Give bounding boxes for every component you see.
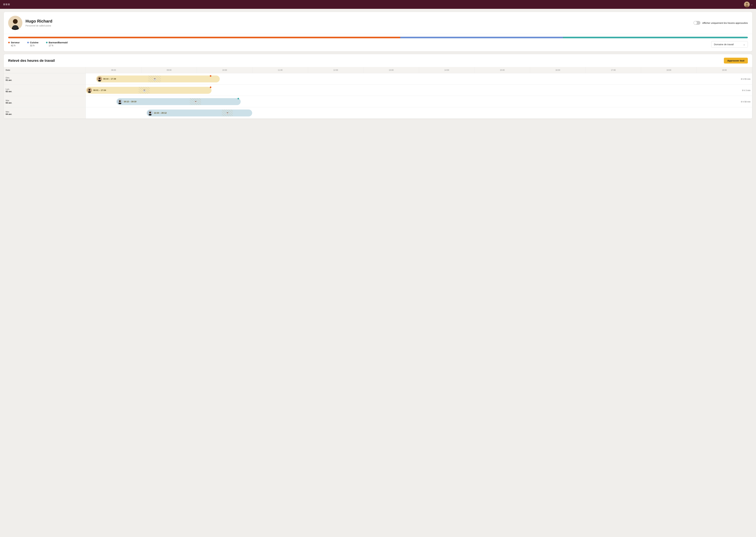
- toggle-label: Afficher uniquement les heures approuvée…: [702, 21, 748, 24]
- dot-teal: [46, 42, 48, 43]
- coffee-icon: ☕: [194, 100, 197, 103]
- date-label: 02 avr.: [6, 90, 84, 93]
- shift-time-label: 08:44 – 17:39: [103, 78, 116, 80]
- domain-dropdown-label: Domaine de travail: [714, 43, 734, 46]
- svg-point-8: [98, 77, 100, 79]
- timeline-inner: 08:01 – 17:04☕9 h 3 min: [86, 85, 752, 96]
- time-header-1300: 13:00: [363, 67, 419, 73]
- svg-point-6: [13, 25, 18, 29]
- date-label: 04 avr.: [6, 113, 84, 115]
- timeline-inner: 12:23 – 20:12☕: [86, 107, 752, 118]
- work-log-title: Relevé des heures de travail: [8, 59, 55, 63]
- stat-serveur-label: Dim. Serveur: [8, 41, 20, 44]
- timeline-cell: 10:12 – 19:10☕8 h 58 min: [86, 96, 752, 107]
- svg-point-14: [119, 100, 121, 102]
- stat-cuisine: Cuisine 32 h: [27, 41, 38, 47]
- svg-point-1: [746, 3, 748, 5]
- time-header-1700: 17:00: [586, 67, 641, 73]
- domain-dropdown[interactable]: Domaine de travail ⌄: [711, 41, 748, 48]
- progress-bar: [8, 37, 748, 38]
- timeline-cell: 08:44 – 17:39☕8 h 55 min: [86, 73, 752, 85]
- time-table: Date 08:00 09:00 10:00 11:00 12:00 13:00…: [4, 67, 752, 119]
- table-row: Mer.04 avr.12:23 – 20:12☕: [4, 107, 752, 119]
- dropdown-chevron-icon: ⌄: [743, 43, 745, 46]
- stat-serveur-value: 42 h: [8, 44, 20, 47]
- time-header-0900: 09:00: [141, 67, 197, 73]
- date-cell: Lun.02 avr.: [4, 85, 86, 96]
- timeline-inner: 08:44 – 17:39☕8 h 55 min: [86, 73, 752, 84]
- shift-time-label: 10:12 – 19:10: [124, 101, 136, 103]
- stat-barman: Barman/Barmaid 17 h: [46, 41, 67, 47]
- stat-cuisine-label: Cuisine: [27, 41, 38, 44]
- stats-section: Dim. Serveur 42 h Cuisine 32 h Barman/: [4, 34, 752, 51]
- duration-label: 9 h 3 min: [742, 89, 750, 91]
- shift-time-label: 08:01 – 17:04: [93, 89, 106, 91]
- stat-cuisine-value: 32 h: [27, 44, 38, 47]
- shift-bar[interactable]: 10:12 – 19:10: [116, 98, 241, 105]
- timeline-cell: 08:01 – 17:04☕9 h 3 min: [86, 85, 752, 96]
- duration-label: 8 h 55 min: [741, 78, 750, 80]
- work-log-header: Relevé des heures de travail Approuver t…: [4, 54, 752, 67]
- time-header-1600: 16:00: [530, 67, 586, 73]
- stat-serveur: Dim. Serveur 42 h: [8, 41, 20, 47]
- stat-barman-label: Barman/Barmaid: [46, 41, 67, 44]
- stat-barman-value: 17 h: [46, 44, 67, 47]
- app-logo: ≡≡≡: [3, 2, 10, 7]
- day-label: Mer.: [6, 111, 84, 113]
- time-header-1800: 18:00: [641, 67, 697, 73]
- day-label: Mar.: [6, 99, 84, 102]
- profile-name: Hugo Richard: [25, 19, 52, 23]
- timeline-cell: 12:23 – 20:12☕: [86, 107, 752, 119]
- profile-right: Afficher uniquement les heures approuvée…: [694, 21, 748, 25]
- profile-avatar: [8, 16, 22, 30]
- table-header-row: Date 08:00 09:00 10:00 11:00 12:00 13:00…: [4, 67, 752, 73]
- date-cell: Mer.04 avr.: [4, 107, 86, 119]
- profile-section: Hugo Richard Personnel de salle/cuisine …: [4, 12, 752, 34]
- duration-label: 8 h 58 min: [741, 101, 750, 103]
- profile-info: Hugo Richard Personnel de salle/cuisine: [25, 19, 52, 27]
- time-header-1900: 19:00: [697, 67, 752, 73]
- coffee-icon: ☕: [143, 89, 146, 92]
- time-header-0800: 08:00: [86, 67, 141, 73]
- date-cell: Mar.03 avr.: [4, 96, 86, 107]
- day-label: Lun.: [6, 88, 84, 90]
- status-dot: [210, 87, 211, 88]
- user-menu-chevron[interactable]: ⌄: [751, 3, 753, 6]
- table-row: Lun.02 avr.08:01 – 17:04☕9 h 3 min: [4, 85, 752, 96]
- dot-orange: [8, 42, 10, 43]
- shift-avatar: [87, 88, 92, 93]
- profile-card: Hugo Richard Personnel de salle/cuisine …: [4, 12, 752, 51]
- coffee-icon: ☕: [226, 111, 229, 114]
- shift-time-label: 12:23 – 20:12: [154, 112, 167, 114]
- shift-avatar: [97, 76, 102, 81]
- stats-row: Dim. Serveur 42 h Cuisine 32 h Barman/: [8, 41, 748, 48]
- date-label: 01 avr.: [6, 79, 84, 81]
- date-cell: Dim.01 avr.: [4, 73, 86, 85]
- shift-avatar: [117, 99, 122, 104]
- coffee-icon: ☕: [153, 77, 156, 80]
- time-header-1200: 12:00: [308, 67, 363, 73]
- shift-avatar: [148, 110, 153, 115]
- time-header-1500: 15:00: [474, 67, 530, 73]
- table-row: Mar.03 avr.10:12 – 19:10☕8 h 58 min: [4, 96, 752, 107]
- svg-point-11: [89, 89, 91, 91]
- work-log-card: Relevé des heures de travail Approuver t…: [4, 54, 752, 119]
- profile-role: Personnel de salle/cuisine: [25, 24, 52, 27]
- time-table-container: Date 08:00 09:00 10:00 11:00 12:00 13:00…: [4, 67, 752, 119]
- user-avatar[interactable]: [744, 2, 750, 7]
- progress-blue: [400, 37, 563, 38]
- shift-bar[interactable]: 12:23 – 20:12: [147, 109, 252, 116]
- timeline-inner: 10:12 – 19:10☕8 h 58 min: [86, 96, 752, 107]
- top-bar-right: ⌄: [744, 2, 753, 7]
- date-col-header: Date: [4, 67, 86, 73]
- approve-all-button[interactable]: Approuver tout: [724, 58, 748, 63]
- day-label: Dim.: [6, 77, 84, 79]
- svg-point-17: [149, 111, 151, 113]
- time-header-1100: 11:00: [252, 67, 308, 73]
- svg-point-4: [13, 19, 18, 24]
- dot-blue: [27, 42, 29, 43]
- profile-left: Hugo Richard Personnel de salle/cuisine: [8, 16, 52, 30]
- progress-teal: [563, 37, 748, 38]
- time-header-1400: 14:00: [419, 67, 474, 73]
- approved-hours-toggle[interactable]: [694, 21, 700, 25]
